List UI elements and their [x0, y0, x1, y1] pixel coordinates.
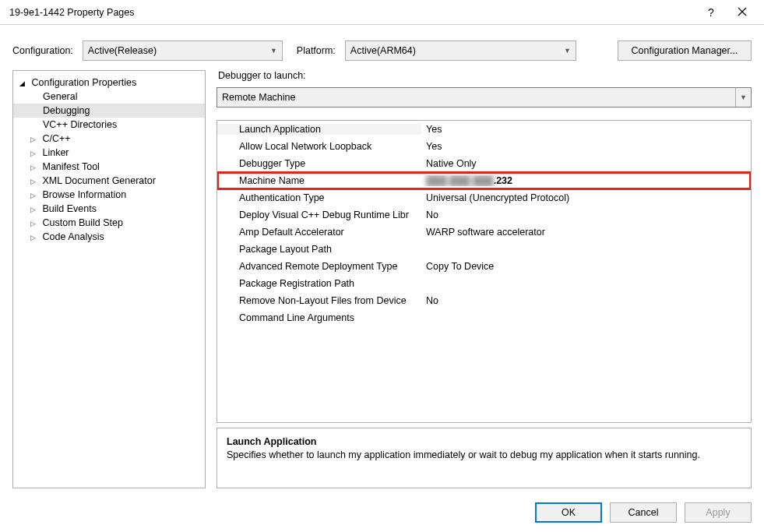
- triangle-right-icon: ▷: [30, 150, 40, 157]
- cancel-button[interactable]: Cancel: [610, 502, 677, 523]
- description-panel: Launch Application Specifies whether to …: [217, 428, 752, 488]
- property-label: Amp Default Accelerator: [217, 227, 421, 238]
- property-value[interactable]: No: [421, 295, 751, 306]
- property-row[interactable]: Command Line Arguments: [217, 309, 751, 326]
- property-grid[interactable]: Launch ApplicationYesAllow Local Network…: [217, 120, 752, 423]
- property-label: Package Layout Path: [217, 244, 421, 255]
- description-title: Launch Application: [227, 436, 741, 447]
- property-row[interactable]: Allow Local Network LoopbackYes: [217, 138, 751, 155]
- property-row[interactable]: Advanced Remote Deployment TypeCopy To D…: [217, 258, 751, 275]
- triangle-right-icon: ▷: [30, 192, 40, 199]
- tree-item-vc-directories[interactable]: VC++ Directories: [13, 118, 205, 132]
- property-label: Authentication Type: [217, 192, 421, 203]
- platform-label: Platform:: [297, 45, 336, 56]
- property-label: Debugger Type: [217, 158, 421, 169]
- property-row[interactable]: Amp Default AcceleratorWARP software acc…: [217, 224, 751, 241]
- property-row[interactable]: Remove Non-Layout Files from DeviceNo: [217, 292, 751, 309]
- property-row[interactable]: Machine Name███.███.███.232: [217, 172, 751, 189]
- configuration-label: Configuration:: [12, 45, 73, 56]
- property-row[interactable]: Authentication TypeUniversal (Unencrypte…: [217, 189, 751, 206]
- description-body: Specifies whether to launch my applicati…: [227, 449, 741, 462]
- triangle-right-icon: ▷: [30, 178, 40, 185]
- tree-item-linker[interactable]: ▷ Linker: [13, 146, 205, 160]
- window-title: 19-9e1-1442 Property Pages: [6, 7, 695, 18]
- triangle-right-icon: ▷: [30, 136, 40, 143]
- triangle-right-icon: ▷: [30, 206, 40, 213]
- platform-combo[interactable]: Active(ARM64) ▼: [345, 41, 576, 61]
- close-icon: [738, 7, 747, 16]
- chevron-down-icon: ▼: [735, 88, 751, 107]
- property-value[interactable]: Native Only: [421, 158, 751, 169]
- property-row[interactable]: Debugger TypeNative Only: [217, 155, 751, 172]
- dialog-buttons: OK Cancel Apply: [0, 495, 764, 523]
- triangle-down-icon: ◢: [19, 79, 29, 87]
- triangle-right-icon: ▷: [30, 234, 40, 241]
- property-label: Advanced Remote Deployment Type: [217, 261, 421, 272]
- apply-button: Apply: [685, 502, 752, 523]
- tree[interactable]: ◢ Configuration PropertiesGeneralDebuggi…: [12, 70, 206, 488]
- tree-item-custom-build-step[interactable]: ▷ Custom Build Step: [13, 216, 205, 230]
- platform-value: Active(ARM64): [350, 45, 416, 56]
- chevron-down-icon: ▼: [564, 47, 571, 55]
- property-row[interactable]: Package Layout Path: [217, 241, 751, 258]
- property-value[interactable]: Yes: [421, 124, 751, 135]
- property-value[interactable]: Copy To Device: [421, 261, 751, 272]
- tree-item-build-events[interactable]: ▷ Build Events: [13, 202, 205, 216]
- tree-item-general[interactable]: General: [13, 90, 205, 104]
- titlebar: 19-9e1-1442 Property Pages ?: [0, 0, 764, 25]
- property-value[interactable]: ███.███.███.232: [421, 175, 751, 186]
- chevron-down-icon: ▼: [270, 47, 277, 55]
- debugger-launch-combo[interactable]: Remote Machine ▼: [217, 87, 752, 107]
- main-panel: Debugger to launch: Remote Machine ▼ Lau…: [217, 70, 752, 488]
- configuration-combo[interactable]: Active(Release) ▼: [83, 41, 283, 61]
- property-value[interactable]: Yes: [421, 141, 751, 152]
- tree-item-manifest-tool[interactable]: ▷ Manifest Tool: [13, 160, 205, 174]
- property-label: Remove Non-Layout Files from Device: [217, 295, 421, 306]
- property-label: Machine Name: [217, 175, 421, 186]
- debugger-launch-label: Debugger to launch:: [217, 70, 752, 83]
- tree-item-browse-information[interactable]: ▷ Browse Information: [13, 188, 205, 202]
- debugger-launch-value: Remote Machine: [222, 92, 296, 103]
- property-row[interactable]: Deploy Visual C++ Debug Runtime LibrNo: [217, 206, 751, 224]
- triangle-right-icon: ▷: [30, 164, 40, 171]
- ok-button[interactable]: OK: [535, 502, 602, 523]
- tree-item-xml-document-generator[interactable]: ▷ XML Document Generator: [13, 174, 205, 188]
- property-label: Launch Application: [217, 124, 421, 135]
- triangle-right-icon: ▷: [30, 220, 40, 227]
- property-value[interactable]: No: [421, 210, 751, 220]
- property-row[interactable]: Launch ApplicationYes: [217, 121, 751, 138]
- configuration-manager-button[interactable]: Configuration Manager...: [618, 41, 752, 61]
- close-button[interactable]: [727, 6, 758, 19]
- tree-item-c-c-[interactable]: ▷ C/C++: [13, 132, 205, 146]
- tree-root[interactable]: ◢ Configuration Properties: [13, 76, 205, 90]
- configuration-value: Active(Release): [88, 45, 157, 56]
- property-label: Allow Local Network Loopback: [217, 141, 421, 152]
- property-label: Command Line Arguments: [217, 312, 421, 323]
- property-value[interactable]: Universal (Unencrypted Protocol): [421, 192, 751, 203]
- tree-item-code-analysis[interactable]: ▷ Code Analysis: [13, 230, 205, 244]
- tree-item-debugging[interactable]: Debugging: [13, 104, 205, 118]
- property-row[interactable]: Package Registration Path: [217, 275, 751, 292]
- config-row: Configuration: Active(Release) ▼ Platfor…: [0, 25, 764, 70]
- help-button[interactable]: ?: [695, 6, 727, 19]
- property-value[interactable]: WARP software accelerator: [421, 227, 751, 238]
- property-label: Package Registration Path: [217, 278, 421, 289]
- property-label: Deploy Visual C++ Debug Runtime Libr: [217, 210, 421, 220]
